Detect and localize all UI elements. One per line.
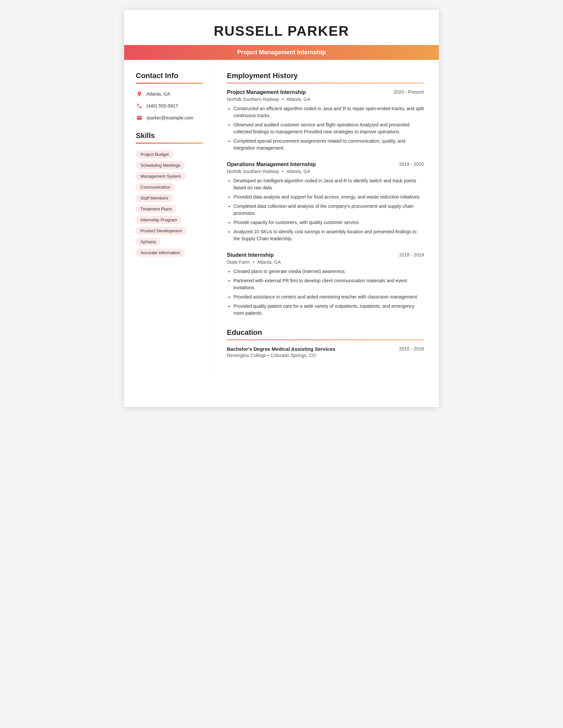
education-section: Education Bachelor's Degree Medical Assi…	[227, 328, 424, 358]
job-title-banner: Project Management Internship	[124, 45, 439, 60]
contact-section: Contact Info Atlanta, GA	[136, 71, 203, 121]
resume-document: RUSSELL PARKER Project Management Intern…	[124, 10, 439, 407]
job-bullet: Completed special procurement assignment…	[233, 138, 424, 152]
job-company: Norfolk Southern Railway • Atlanta, GA	[227, 97, 424, 102]
job-bullet: Observed and audited customer service an…	[233, 121, 424, 135]
job-entry: Student Internship2018 - 2019State Farm …	[227, 252, 424, 317]
resume-body: Contact Info Atlanta, GA	[124, 60, 439, 377]
skill-tag: Project Budget	[136, 150, 173, 159]
job-title: Project Management Internship	[227, 89, 306, 95]
contact-divider	[136, 83, 203, 84]
job-bullet: Constructed an efficient algorithm coded…	[233, 105, 424, 119]
phone-text: (440) 555-9917	[146, 103, 178, 109]
job-header: Project Management Internship2020 - Pres…	[227, 89, 424, 95]
skill-tag: Product Development	[136, 227, 186, 235]
contact-location: Atlanta, GA	[136, 90, 203, 98]
contact-phone: (440) 555-9917	[136, 102, 203, 110]
education-list: Bachelor's Degree Medical Assisting Serv…	[227, 346, 424, 358]
main-content: Employment History Project Management In…	[213, 60, 439, 377]
skill-tag: Treatment Plans	[136, 205, 176, 213]
job-title: Student Internship	[227, 252, 273, 258]
job-bullet: Developed an intelligent algorithm coded…	[233, 177, 424, 191]
job-header: Operations Management Internship2019 - 2…	[227, 161, 424, 167]
skills-list: Project BudgetScheduling MeetingsManagem…	[136, 150, 203, 257]
edu-school: Remington College • Colorado Springs, CO	[227, 353, 424, 358]
jobs-list: Project Management Internship2020 - Pres…	[227, 89, 424, 317]
skill-tag: Accurate Information	[136, 249, 185, 257]
education-title: Education	[227, 328, 424, 337]
job-date: 2019 - 2020	[399, 161, 424, 167]
job-company: State Farm • Atlanta, GA	[227, 259, 424, 265]
edu-entry: Bachelor's Degree Medical Assisting Serv…	[227, 346, 424, 358]
email-icon	[136, 114, 143, 121]
employment-title: Employment History	[227, 71, 424, 80]
job-bullet: Provided assistance in centers and aided…	[233, 294, 424, 300]
job-title: Operations Management Internship	[227, 161, 316, 167]
location-icon	[136, 90, 143, 98]
job-header: Student Internship2018 - 2019	[227, 252, 424, 258]
skill-tag: Communication	[136, 183, 175, 191]
job-bullets: Created plans to generate media (interne…	[227, 268, 424, 317]
job-bullet: Created plans to generate media (interne…	[233, 268, 424, 275]
job-date: 2020 - Present	[394, 89, 424, 95]
job-bullets: Developed an intelligent algorithm coded…	[227, 177, 424, 242]
contact-email: rparker@example.com	[136, 114, 203, 121]
resume-header: RUSSELL PARKER	[124, 10, 439, 39]
skill-tag: Internship Program	[136, 216, 182, 224]
job-entry: Project Management Internship2020 - Pres…	[227, 89, 424, 152]
skill-tag: Aphasia	[136, 238, 161, 246]
skill-tag: Management System	[136, 172, 186, 180]
employment-divider	[227, 83, 424, 83]
sidebar: Contact Info Atlanta, GA	[124, 60, 213, 377]
job-entry: Operations Management Internship2019 - 2…	[227, 161, 424, 242]
location-text: Atlanta, GA	[146, 91, 170, 97]
employment-section: Employment History Project Management In…	[227, 71, 424, 317]
edu-header: Bachelor's Degree Medical Assisting Serv…	[227, 346, 424, 352]
skills-section: Skills Project BudgetScheduling Meetings…	[136, 131, 203, 257]
job-bullets: Constructed an efficient algorithm coded…	[227, 105, 424, 152]
edu-date: 2015 - 2018	[399, 346, 424, 351]
candidate-name: RUSSELL PARKER	[131, 23, 432, 39]
job-date: 2018 - 2019	[399, 252, 424, 257]
job-bullet: Provided quality patient care for a wide…	[233, 303, 424, 317]
job-bullet: Provided data analysis and support for f…	[233, 194, 424, 201]
email-text: rparker@example.com	[146, 115, 193, 120]
job-bullet: Analyzed 10 SKUs to identify cost saving…	[233, 228, 424, 242]
skill-tag: Staff Members	[136, 194, 173, 202]
skills-title: Skills	[136, 131, 203, 140]
education-divider	[227, 340, 424, 340]
job-bullet: Provide capacity for customers, with qua…	[233, 219, 424, 226]
contact-title: Contact Info	[136, 71, 203, 80]
edu-degree: Bachelor's Degree Medical Assisting Serv…	[227, 346, 335, 352]
skill-tag: Scheduling Meetings	[136, 161, 185, 169]
skills-divider	[136, 143, 203, 144]
job-company: Norfolk Southern Railway • Atlanta, GA	[227, 169, 424, 174]
job-bullet: Partnered with external PR firm to devel…	[233, 277, 424, 291]
phone-icon	[136, 102, 143, 110]
job-bullet: Completed data collection and analysis o…	[233, 203, 424, 217]
